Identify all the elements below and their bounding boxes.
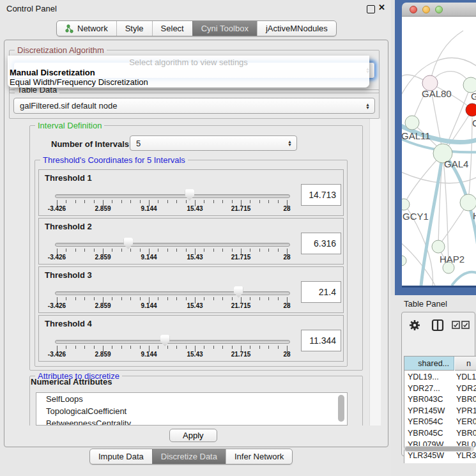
column-header-name[interactable]: n [455, 357, 476, 371]
threshold-panel: Threshold 1 -3.4262.8599.14415.4321.7152… [38, 169, 344, 216]
panel-title: Control Panel [6, 4, 57, 13]
attribute-list-item[interactable]: SelfLoops [36, 393, 347, 405]
attribute-list-item[interactable]: BetweennessCentrality [36, 417, 347, 426]
scale-label: 2.859 [95, 351, 111, 358]
slider-tick [222, 346, 223, 349]
network-canvas[interactable]: GAL80 GA C GAL11 GAL4 GCY1 H HAP2 [402, 17, 476, 286]
hscrollbar-thumb[interactable] [405, 447, 471, 451]
slider[interactable]: -3.4262.8599.14415.4321.71528 [57, 316, 287, 362]
table-data-combobox[interactable]: galFiltered.sif default node ▲▼ [13, 98, 375, 114]
tab-select[interactable]: Select [152, 21, 192, 36]
slider-tick [176, 200, 177, 203]
scale-label: -3.426 [48, 302, 66, 309]
table-row[interactable]: YDR27...YDR2 [404, 383, 476, 394]
gear-icon[interactable] [408, 319, 421, 332]
scale-label: 21.715 [231, 254, 251, 261]
slider[interactable]: -3.4262.8599.14415.4321.71528 [57, 267, 287, 314]
dropdown-option[interactable]: Manual Discretization [8, 68, 369, 77]
zoom-traffic-light-icon[interactable] [435, 6, 443, 13]
tab-label: Infer Network [234, 452, 284, 461]
table-row[interactable]: YBR043CYBR0 [404, 394, 476, 405]
tab-style[interactable]: Style [116, 21, 152, 36]
table-row[interactable]: YER054CYER0 [404, 416, 476, 427]
attributes-listbox[interactable]: SelfLoopsTopologicalCoefficientBetweenne… [36, 392, 348, 426]
tab-discretize-data[interactable]: Discretize Data [152, 449, 226, 464]
scale-label: 15.43 [187, 302, 203, 309]
threshold-panel: Threshold 4 -3.4262.8599.14415.4321.7152… [38, 315, 344, 362]
hscrollbar-track[interactable] [404, 446, 474, 452]
slider-track[interactable] [55, 340, 290, 344]
slider[interactable]: -3.4262.8599.14415.4321.71528 [57, 170, 287, 217]
top-tab-bar: NetworkStyleSelectCyni ToolboxjActiveMNo… [56, 20, 337, 36]
threshold-value-field[interactable]: 21.4 [301, 281, 341, 303]
slider-track[interactable] [55, 194, 290, 198]
minimize-traffic-light-icon[interactable] [422, 6, 430, 13]
num-intervals-combobox[interactable]: 5 ▲▼ [130, 135, 297, 151]
list-scrollbar[interactable] [338, 395, 344, 422]
threshold-panel: Threshold 2 -3.4262.8599.14415.4321.7152… [38, 218, 344, 265]
table-row[interactable]: YDL19...YDL1 [404, 371, 476, 383]
scale-label: -3.426 [48, 351, 66, 358]
tab-label: Discretize Data [161, 452, 217, 461]
group-label: Discretization Algorithm [15, 45, 107, 55]
slider-thumb[interactable] [123, 238, 133, 249]
scale-label: -3.426 [48, 205, 66, 212]
combo-arrows-icon: ▲▼ [288, 140, 292, 146]
checkbox-icon[interactable] [461, 321, 470, 329]
column-header-shared-name[interactable]: shared... [404, 357, 454, 371]
tab-infer-network[interactable]: Infer Network [226, 449, 292, 464]
slider-thumb[interactable] [234, 286, 243, 298]
threshold-value-field[interactable]: 6.316 [301, 233, 341, 254]
node-gcy1[interactable] [402, 199, 410, 210]
slider-track[interactable] [55, 243, 290, 247]
split-columns-icon[interactable] [431, 319, 444, 332]
slider-tick [112, 200, 112, 203]
slider-thumb[interactable] [185, 189, 194, 201]
cell-shared-name: YPR145W [408, 406, 445, 415]
node-hap2[interactable] [432, 240, 445, 253]
node-gal11[interactable] [405, 116, 419, 130]
node-label: GCY1 [403, 211, 429, 222]
node-selected-red[interactable] [466, 104, 476, 116]
slider-tick [94, 346, 95, 349]
slider-tick [176, 297, 177, 300]
slider-tick [250, 200, 250, 203]
slider-thumb[interactable] [160, 335, 170, 346]
tab-jactivemnodules[interactable]: jActiveMNodules [257, 21, 336, 36]
slider-tick [75, 249, 76, 252]
scale-label: 28 [283, 302, 290, 309]
threshold-value-field[interactable]: 11.344 [301, 330, 341, 351]
attribute-list-item[interactable]: TopologicalCoefficient [36, 405, 347, 417]
slider-tick [121, 297, 122, 300]
float-window-icon[interactable] [367, 5, 375, 13]
slider-scale: -3.4262.8599.14415.4321.71528 [57, 351, 287, 359]
close-icon[interactable]: ✕ [378, 3, 385, 12]
scale-label: 28 [283, 205, 290, 212]
slider-tick [130, 297, 131, 300]
table-panel: Table Panel [391, 295, 476, 476]
slider[interactable]: -3.4262.8599.14415.4321.71528 [57, 219, 287, 265]
scale-label: 2.859 [95, 302, 111, 309]
dropdown-option[interactable]: Equal Width/Frequency Discretization [8, 77, 369, 87]
cell-shared-name: YER054C [408, 417, 443, 426]
dropdown-options: Manual DiscretizationEqual Width/Frequen… [8, 68, 369, 87]
apply-button[interactable]: Apply [169, 429, 217, 442]
node-h[interactable] [460, 194, 476, 211]
table-row[interactable]: YIL052CYIL0 [404, 461, 476, 462]
table-row[interactable]: YPR145WYPR1 [404, 405, 476, 417]
slider-tick [94, 200, 95, 203]
threshold-value-field[interactable]: 14.713 [301, 184, 341, 206]
scrollbar-track[interactable] [369, 119, 381, 426]
node[interactable] [402, 256, 406, 266]
tab-impute-data[interactable]: Impute Data [90, 449, 152, 464]
window-titlebar[interactable] [402, 3, 476, 17]
tab-network[interactable]: Network [57, 21, 116, 36]
close-traffic-light-icon[interactable] [410, 6, 417, 13]
slider-tick [278, 249, 279, 252]
slider-track[interactable] [55, 291, 290, 295]
table-row[interactable]: YBR045CYBR0 [404, 427, 476, 439]
tab-cyni-toolbox[interactable]: Cyni Toolbox [192, 21, 257, 36]
checkbox-icon[interactable] [452, 321, 460, 329]
slider-tick [213, 249, 214, 252]
slider-tick [259, 200, 260, 203]
